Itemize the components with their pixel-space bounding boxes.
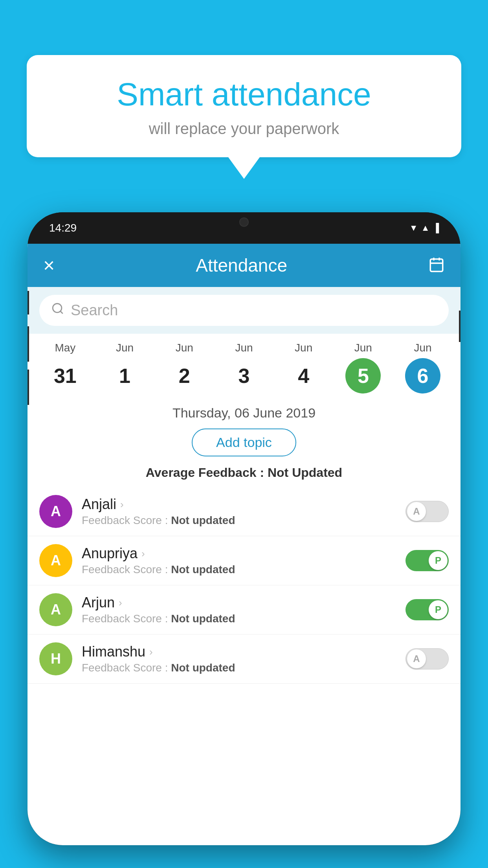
- student-item-2[interactable]: AArjun ›Feedback Score : Not updatedP: [28, 585, 460, 634]
- student-item-3[interactable]: HHimanshu ›Feedback Score : Not updatedA: [28, 634, 460, 684]
- student-info-3: Himanshu ›Feedback Score : Not updated: [82, 644, 396, 674]
- calendar-day-6[interactable]: Jun6: [405, 342, 440, 394]
- chevron-right-icon: ›: [119, 597, 122, 609]
- battery-icon: ▐: [433, 223, 439, 233]
- phone-frame: 14:29 ▼ ▲ ▐ × Attendance: [28, 212, 460, 845]
- volume-down-button: [28, 370, 29, 405]
- cal-date-5: 5: [345, 358, 381, 394]
- calendar-day-3[interactable]: Jun3: [226, 342, 262, 394]
- student-avatar-1: A: [39, 544, 72, 577]
- calendar-icon[interactable]: [428, 256, 445, 274]
- close-button[interactable]: ×: [43, 254, 55, 277]
- search-bar[interactable]: Search: [39, 295, 449, 326]
- add-topic-container: Add topic: [28, 425, 460, 462]
- cal-month-4: Jun: [295, 342, 312, 354]
- attendance-toggle-1[interactable]: P: [405, 550, 449, 571]
- student-name-1: Anupriya ›: [82, 545, 396, 562]
- cal-month-6: Jun: [414, 342, 431, 354]
- student-list: AAnjali ›Feedback Score : Not updatedAAA…: [28, 487, 460, 684]
- student-feedback-2: Feedback Score : Not updated: [82, 612, 396, 625]
- phone-container: 14:29 ▼ ▲ ▐ × Attendance: [28, 212, 460, 868]
- student-name-2: Arjun ›: [82, 594, 396, 611]
- attendance-toggle-2[interactable]: P: [405, 599, 449, 620]
- cal-date-1: 1: [107, 358, 143, 394]
- attendance-toggle-0[interactable]: A: [405, 501, 449, 522]
- phone-notch: [220, 212, 268, 232]
- cal-date-3: 3: [226, 358, 262, 394]
- student-avatar-2: A: [39, 593, 72, 626]
- svg-rect-0: [430, 259, 443, 272]
- cal-date-0: 31: [48, 358, 83, 394]
- status-bar: 14:29 ▼ ▲ ▐: [28, 212, 460, 244]
- calendar-day-5[interactable]: Jun5: [345, 342, 381, 394]
- chevron-right-icon: ›: [149, 646, 153, 658]
- speech-bubble-arrow: [228, 157, 260, 179]
- wifi-icon: ▼: [409, 223, 418, 233]
- student-avatar-3: H: [39, 642, 72, 675]
- calendar-day-0[interactable]: May31: [48, 342, 83, 394]
- status-time: 14:29: [49, 222, 77, 234]
- volume-up-button: [28, 326, 29, 362]
- student-info-2: Arjun ›Feedback Score : Not updated: [82, 594, 396, 625]
- speech-bubble-section: Smart attendance will replace your paper…: [27, 55, 461, 179]
- search-placeholder: Search: [71, 302, 118, 319]
- student-name-0: Anjali ›: [82, 496, 396, 513]
- search-container: Search: [28, 287, 460, 334]
- header-title: Attendance: [196, 255, 287, 276]
- signal-icon: ▲: [421, 223, 430, 233]
- cal-month-0: May: [55, 342, 75, 354]
- speech-bubble: Smart attendance will replace your paper…: [27, 55, 461, 157]
- volume-silent-button: [28, 291, 29, 314]
- student-item-1[interactable]: AAnupriya ›Feedback Score : Not updatedP: [28, 536, 460, 585]
- status-icons: ▼ ▲ ▐: [409, 223, 439, 233]
- calendar-day-4[interactable]: Jun4: [286, 342, 321, 394]
- student-avatar-0: A: [39, 495, 72, 528]
- speech-bubble-title: Smart attendance: [50, 77, 438, 112]
- calendar-strip: May31Jun1Jun2Jun3Jun4Jun5Jun6: [28, 334, 460, 397]
- add-topic-button[interactable]: Add topic: [192, 428, 296, 456]
- selected-date: Thursday, 06 June 2019: [28, 397, 460, 425]
- student-feedback-0: Feedback Score : Not updated: [82, 514, 396, 527]
- student-feedback-3: Feedback Score : Not updated: [82, 662, 396, 674]
- app-header: × Attendance: [28, 244, 460, 287]
- chevron-right-icon: ›: [120, 498, 124, 511]
- attendance-toggle-3[interactable]: A: [405, 648, 449, 669]
- power-button: [459, 311, 460, 342]
- cal-month-5: Jun: [354, 342, 372, 354]
- student-info-0: Anjali ›Feedback Score : Not updated: [82, 496, 396, 527]
- cal-month-3: Jun: [235, 342, 253, 354]
- student-feedback-1: Feedback Score : Not updated: [82, 563, 396, 576]
- cal-date-4: 4: [286, 358, 321, 394]
- cal-month-1: Jun: [116, 342, 134, 354]
- app-screen: × Attendance: [28, 244, 460, 845]
- calendar-day-2[interactable]: Jun2: [167, 342, 202, 394]
- svg-line-5: [61, 311, 63, 314]
- cal-month-2: Jun: [176, 342, 193, 354]
- speech-bubble-subtitle: will replace your paperwork: [50, 120, 438, 138]
- student-name-3: Himanshu ›: [82, 644, 396, 660]
- average-feedback: Average Feedback : Not Updated: [28, 462, 460, 487]
- search-icon: [51, 302, 64, 319]
- cal-date-2: 2: [167, 358, 202, 394]
- student-info-1: Anupriya ›Feedback Score : Not updated: [82, 545, 396, 576]
- calendar-day-1[interactable]: Jun1: [107, 342, 143, 394]
- front-camera: [239, 217, 249, 227]
- svg-point-4: [53, 303, 62, 313]
- cal-date-6: 6: [405, 358, 440, 394]
- student-item-0[interactable]: AAnjali ›Feedback Score : Not updatedA: [28, 487, 460, 536]
- chevron-right-icon: ›: [141, 548, 145, 560]
